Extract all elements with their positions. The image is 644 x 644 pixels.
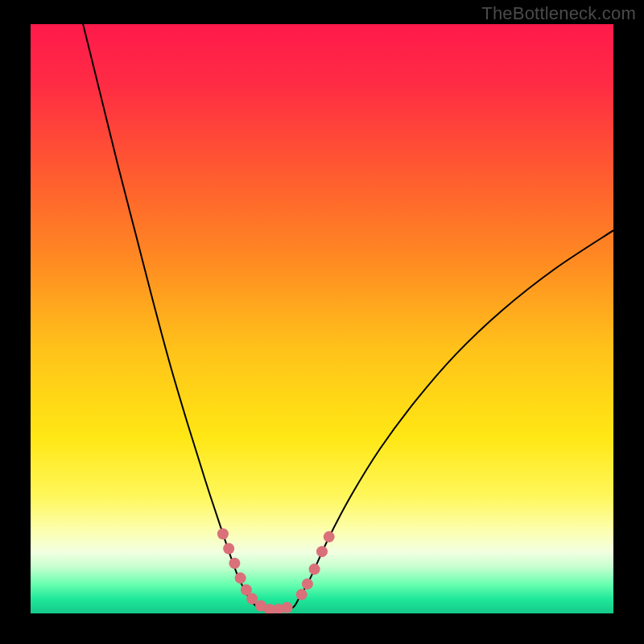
dot-left-highlight-dots xyxy=(229,558,240,569)
dot-left-highlight-dots xyxy=(217,528,229,539)
dot-right-highlight-dots xyxy=(302,578,313,589)
dot-right-highlight-dots xyxy=(309,564,320,575)
dot-left-highlight-dots xyxy=(235,572,246,584)
chart-svg xyxy=(31,24,613,613)
gradient-background xyxy=(31,24,613,613)
dot-right-highlight-dots xyxy=(316,546,328,557)
dot-left-highlight-dots xyxy=(223,543,234,554)
watermark-text: TheBottleneck.com xyxy=(481,3,636,24)
chart-frame: TheBottleneck.com xyxy=(0,0,644,644)
dot-right-highlight-dots xyxy=(324,531,335,543)
dot-left-highlight-dots xyxy=(246,593,258,605)
plot-area xyxy=(31,24,613,613)
dot-right-highlight-dots xyxy=(296,589,308,601)
dot-left-highlight-dots xyxy=(282,602,293,613)
